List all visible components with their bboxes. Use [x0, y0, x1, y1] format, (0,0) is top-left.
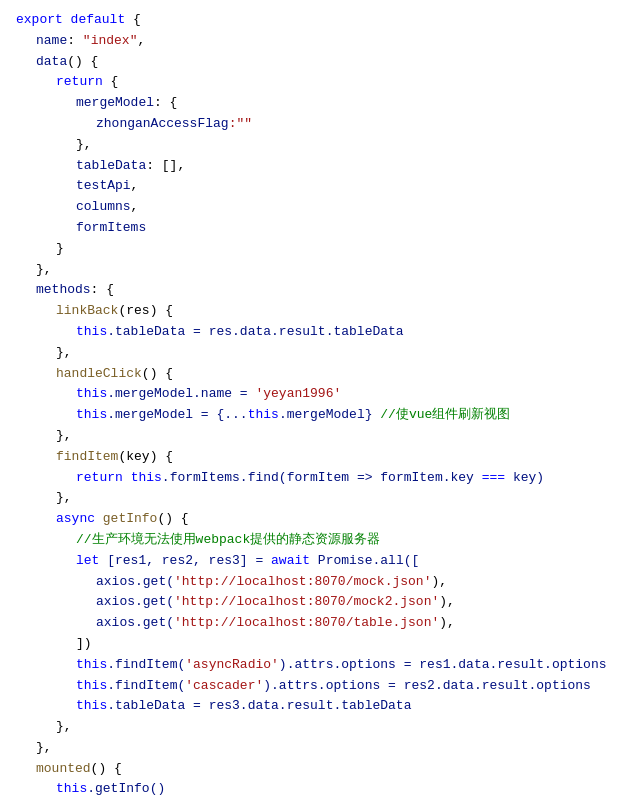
code-line: testApi, [0, 176, 625, 197]
code-token: }, [36, 738, 52, 759]
code-token: data [36, 52, 67, 73]
indent-space [16, 592, 96, 613]
code-line: this.findItem('asyncRadio').attrs.option… [0, 655, 625, 676]
code-token: { [103, 72, 119, 93]
indent-space [16, 239, 56, 260]
code-line: findItem(key) { [0, 447, 625, 468]
code-token: }, [56, 426, 72, 447]
code-line: this.mergeModel.name = 'yeyan1996' [0, 384, 625, 405]
code-token: return [56, 72, 103, 93]
indent-space [16, 426, 56, 447]
indent-space [16, 301, 56, 322]
code-token: }, [56, 488, 72, 509]
code-line: }, [0, 717, 625, 738]
code-token: ]) [76, 634, 92, 655]
code-token: async [56, 509, 103, 530]
code-line: return this.formItems.find(formItem => f… [0, 468, 625, 489]
code-line: axios.get('http://localhost:8070/table.j… [0, 613, 625, 634]
code-token: () { [67, 52, 98, 73]
indent-space [16, 551, 76, 572]
indent-space [16, 447, 56, 468]
code-token: }, [36, 260, 52, 281]
code-token: :"" [229, 114, 252, 135]
code-line: axios.get('http://localhost:8070/mock2.j… [0, 592, 625, 613]
code-token: .mergeModel.name = [107, 384, 255, 405]
code-token: "index" [83, 31, 138, 52]
code-line: linkBack(res) { [0, 301, 625, 322]
code-token: }, [56, 343, 72, 364]
code-line: //生产环境无法使用webpack提供的静态资源服务器 [0, 530, 625, 551]
code-line: }, [0, 488, 625, 509]
code-line: handleClick() { [0, 364, 625, 385]
code-token: name [36, 31, 67, 52]
code-token: zhonganAccessFlag [96, 114, 229, 135]
indent-space [16, 676, 76, 697]
code-line: this.getInfo() [0, 779, 625, 799]
code-token: () { [142, 364, 173, 385]
indent-space [16, 218, 76, 239]
code-token: 'http://localhost:8070/mock.json' [174, 572, 431, 593]
indent-space [16, 634, 76, 655]
indent-space [16, 176, 76, 197]
code-line: } [0, 239, 625, 260]
code-token: Promise.all([ [310, 551, 419, 572]
indent-space [16, 613, 96, 634]
code-token: axios.get( [96, 613, 174, 634]
code-token: .findItem( [107, 676, 185, 697]
code-token: this [56, 779, 87, 799]
code-line: return { [0, 72, 625, 93]
code-line: ]) [0, 634, 625, 655]
code-token: (res) { [118, 301, 173, 322]
code-token: this [248, 405, 279, 426]
indent-space [16, 488, 56, 509]
code-token [123, 468, 131, 489]
code-token: .formItems.find(formItem => formItem.key [162, 468, 482, 489]
code-token: , [137, 31, 145, 52]
code-token: .getInfo() [87, 779, 165, 799]
code-token: }, [76, 135, 92, 156]
indent-space [16, 156, 76, 177]
indent-space [16, 759, 36, 780]
code-token: axios.get( [96, 592, 174, 613]
indent-space [16, 114, 96, 135]
indent-space [16, 779, 56, 799]
code-token: this [76, 405, 107, 426]
code-token: ), [439, 613, 455, 634]
code-line: name: "index", [0, 31, 625, 52]
code-line: mergeModel: { [0, 93, 625, 114]
code-token: .mergeModel} [279, 405, 380, 426]
code-token: methods [36, 280, 91, 301]
code-token: 'http://localhost:8070/table.json' [174, 613, 439, 634]
code-token: .tableData = res.data.result.tableData [107, 322, 403, 343]
indent-space [16, 530, 76, 551]
code-token: }, [56, 717, 72, 738]
code-token: ).attrs.options = res2.data.result.optio… [263, 676, 591, 697]
indent-space [16, 31, 36, 52]
indent-space [16, 717, 56, 738]
indent-space [16, 135, 76, 156]
indent-space [16, 52, 36, 73]
indent-space [16, 509, 56, 530]
indent-space [16, 468, 76, 489]
code-token: await [271, 551, 310, 572]
code-token: , [131, 197, 139, 218]
code-token: testApi [76, 176, 131, 197]
code-token: } [56, 239, 64, 260]
indent-space [16, 405, 76, 426]
code-token: === [482, 468, 505, 489]
code-token: () { [91, 759, 122, 780]
indent-space [16, 364, 56, 385]
code-token: () { [157, 509, 188, 530]
code-token: this [131, 468, 162, 489]
code-line: let [res1, res2, res3] = await Promise.a… [0, 551, 625, 572]
code-token: 'yeyan1996' [255, 384, 341, 405]
code-line: }, [0, 738, 625, 759]
code-token: : { [154, 93, 177, 114]
code-token: formItems [76, 218, 146, 239]
code-token: .findItem( [107, 655, 185, 676]
code-token: mergeModel [76, 93, 154, 114]
code-token: this [76, 384, 107, 405]
indent-space [16, 738, 36, 759]
code-line: data() { [0, 52, 625, 73]
code-line: export default { [0, 10, 625, 31]
